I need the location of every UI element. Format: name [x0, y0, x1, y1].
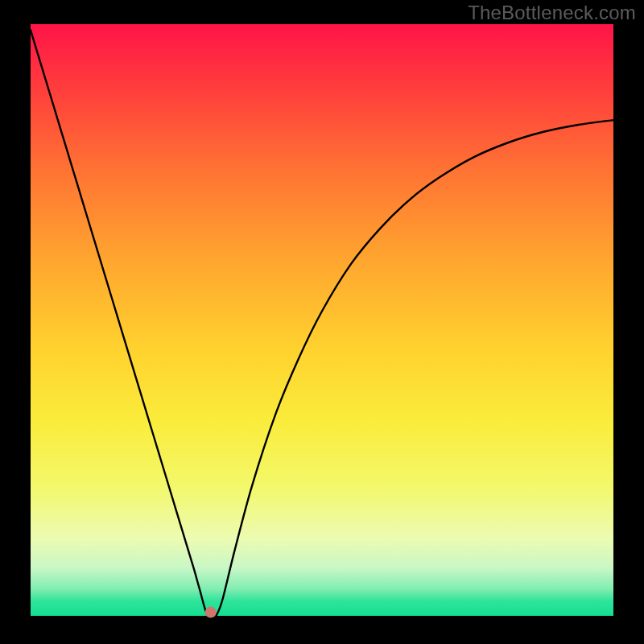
- bottleneck-chart: [0, 0, 644, 644]
- minimum-marker: [205, 607, 217, 618]
- watermark-text: TheBottleneck.com: [468, 2, 636, 24]
- chart-frame: TheBottleneck.com: [0, 0, 644, 644]
